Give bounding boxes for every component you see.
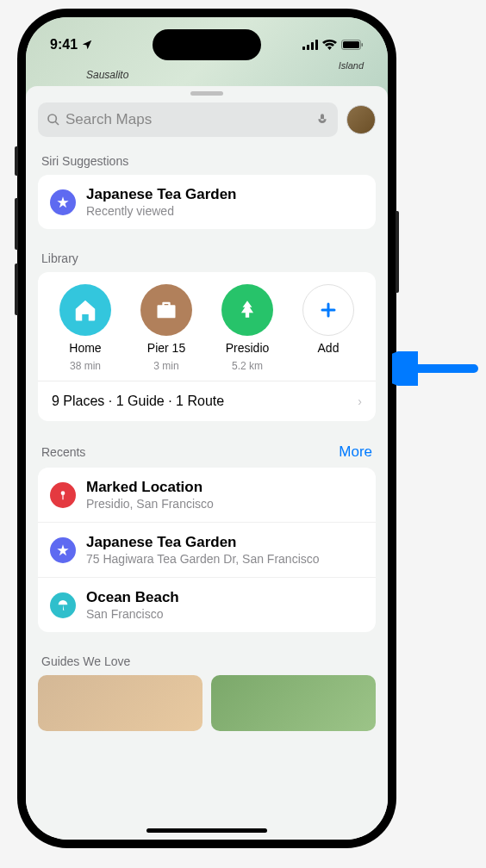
svg-rect-1 [302,46,305,50]
guide-tile-2[interactable] [211,675,376,731]
home-indicator[interactable] [146,828,267,833]
siri-suggestions-card: Japanese Tea Garden Recently viewed [38,175,376,229]
svg-rect-2 [307,45,309,50]
umbrella-icon [50,592,76,618]
status-time: 9:41 [50,37,78,53]
recent-item-garden[interactable]: Japanese Tea Garden 75 Hagiwara Tea Gard… [38,523,376,578]
library-card: Home 38 min Pier 15 3 min [38,272,376,421]
cellular-icon [302,40,318,50]
mic-icon[interactable] [315,111,329,128]
chevron-right-icon: › [358,394,362,408]
profile-avatar[interactable] [346,105,376,134]
home-icon [59,284,111,336]
map-label-sausalito: Sausalito [86,69,128,81]
guide-tile-1[interactable] [38,675,202,731]
phone-frame: Sausalito Island 9:41 [17,9,396,848]
svg-line-9 [55,121,59,125]
dynamic-island [153,29,261,60]
suggestion-sub: Recently viewed [86,204,364,218]
svg-rect-4 [315,40,318,50]
search-field[interactable] [38,102,338,137]
sheet-grabber[interactable] [190,91,223,96]
search-icon [47,113,60,127]
siri-suggestions-header: Siri Suggestions [26,149,388,175]
star-icon [50,189,76,215]
location-arrow-icon [81,39,93,51]
library-header: Library [26,246,388,272]
star-icon [50,537,76,563]
search-input[interactable] [65,111,310,128]
map-label-island: Island [339,60,364,71]
siri-suggestion-item[interactable]: Japanese Tea Garden Recently viewed [38,175,376,229]
guides-header: Guides We Love [26,649,388,675]
recents-header: Recents More [26,438,388,468]
svg-rect-13 [62,494,63,499]
annotation-arrow [392,351,478,386]
library-footer[interactable]: 9 Places · 1 Guide · 1 Route › [38,381,376,421]
svg-rect-7 [362,43,364,46]
library-item-home[interactable]: Home 38 min [51,284,120,372]
wifi-icon [322,40,337,50]
svg-point-8 [48,115,56,122]
briefcase-icon [140,284,192,336]
svg-rect-3 [311,42,314,50]
suggestion-title: Japanese Tea Garden [86,186,364,203]
library-item-add[interactable]: Add [294,284,363,372]
plus-icon [302,284,354,336]
library-item-pier[interactable]: Pier 15 3 min [132,284,201,372]
screen: Sausalito Island 9:41 [26,17,388,840]
battery-icon [341,40,364,50]
svg-point-12 [61,491,65,495]
recent-item-marked[interactable]: Marked Location Presidio, San Francisco [38,468,376,523]
recent-item-beach[interactable]: Ocean Beach San Francisco [38,578,376,632]
tree-icon [221,284,273,336]
search-sheet[interactable]: Siri Suggestions Japanese Tea Garden Rec… [26,86,388,840]
library-item-presidio[interactable]: Presidio 5.2 km [213,284,282,372]
map-pin-icon [50,482,76,508]
recents-more-link[interactable]: More [339,443,372,461]
recents-card: Marked Location Presidio, San Francisco … [38,468,376,632]
svg-rect-6 [343,41,359,48]
